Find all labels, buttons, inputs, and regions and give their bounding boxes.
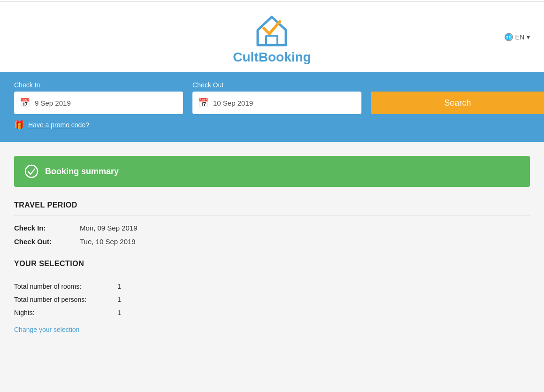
promo-row: 🎁 Have a promo code?	[14, 120, 530, 130]
check-in-field: Check In 📅	[14, 81, 183, 114]
booking-summary-bar: Booking summary	[14, 156, 530, 187]
logo-icon	[251, 11, 293, 49]
search-bar: Check In 📅 Check Out 📅 Search 🎁 Have a p…	[0, 72, 544, 142]
your-selection-divider	[14, 274, 530, 274]
booking-summary-label: Booking summary	[45, 167, 119, 177]
lang-label: EN	[515, 33, 524, 41]
check-out-input[interactable]	[213, 99, 356, 107]
chevron-down-icon: ▾	[527, 33, 530, 41]
travel-period-divider	[14, 215, 530, 215]
globe-icon: 🌐	[505, 33, 513, 41]
check-circle-icon	[24, 164, 38, 178]
content-area: Booking summary TRAVEL PERIOD Check In: …	[0, 142, 544, 362]
check-out-label: Check Out	[192, 81, 361, 89]
change-selection-link[interactable]: Change your selection	[14, 326, 79, 333]
persons-value: 1	[117, 296, 121, 303]
travel-period-section: TRAVEL PERIOD Check In: Mon, 09 Sep 2019…	[14, 201, 530, 246]
check-in-row: Check In: Mon, 09 Sep 2019	[14, 224, 530, 232]
check-in-input-wrapper[interactable]: 📅	[14, 92, 183, 114]
rooms-row: Total number of rooms: 1	[14, 283, 530, 290]
persons-row: Total number of persons: 1	[14, 296, 530, 303]
persons-label: Total number of persons:	[14, 296, 117, 303]
header: CultBooking 🌐 EN ▾	[0, 2, 544, 72]
svg-rect-0	[266, 36, 277, 45]
nights-value: 1	[117, 309, 121, 316]
search-button[interactable]: Search	[371, 92, 544, 114]
promo-code-link[interactable]: Have a promo code?	[28, 121, 89, 129]
nights-row: Nights: 1	[14, 309, 530, 316]
check-in-label: Check In	[14, 81, 183, 89]
travel-period-title: TRAVEL PERIOD	[14, 201, 530, 209]
check-out-info-label: Check Out:	[14, 238, 80, 246]
check-out-field: Check Out 📅	[192, 81, 361, 114]
logo: CultBooking	[233, 11, 311, 65]
check-in-input[interactable]	[35, 99, 177, 107]
check-in-info-label: Check In:	[14, 224, 80, 232]
check-out-input-wrapper[interactable]: 📅	[192, 92, 361, 114]
rooms-value: 1	[117, 283, 121, 290]
svg-point-1	[25, 165, 38, 177]
nights-label: Nights:	[14, 309, 117, 316]
check-in-info-value: Mon, 09 Sep 2019	[80, 224, 138, 232]
check-out-info-value: Tue, 10 Sep 2019	[80, 238, 136, 246]
calendar-icon-checkout: 📅	[198, 98, 208, 108]
check-out-row: Check Out: Tue, 10 Sep 2019	[14, 238, 530, 246]
your-selection-title: YOUR SELECTION	[14, 260, 530, 268]
your-selection-section: YOUR SELECTION Total number of rooms: 1 …	[14, 260, 530, 334]
rooms-label: Total number of rooms:	[14, 283, 117, 290]
calendar-icon-checkin: 📅	[20, 98, 30, 108]
logo-text: CultBooking	[233, 50, 311, 65]
language-selector[interactable]: 🌐 EN ▾	[505, 33, 530, 41]
gift-icon: 🎁	[14, 120, 24, 130]
